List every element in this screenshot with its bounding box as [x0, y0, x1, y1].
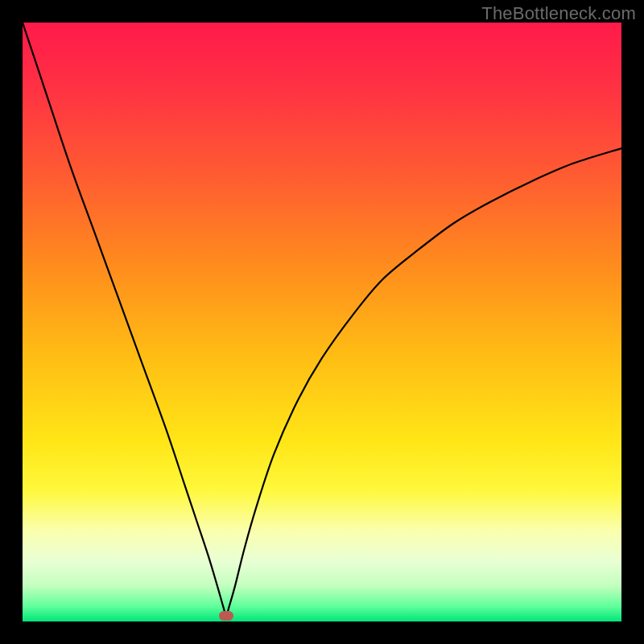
- watermark-text: TheBottleneck.com: [481, 3, 636, 24]
- plot-area: [23, 23, 621, 621]
- bottleneck-curve: [23, 23, 621, 621]
- minimum-marker: [219, 611, 233, 621]
- chart-frame: TheBottleneck.com: [0, 0, 644, 644]
